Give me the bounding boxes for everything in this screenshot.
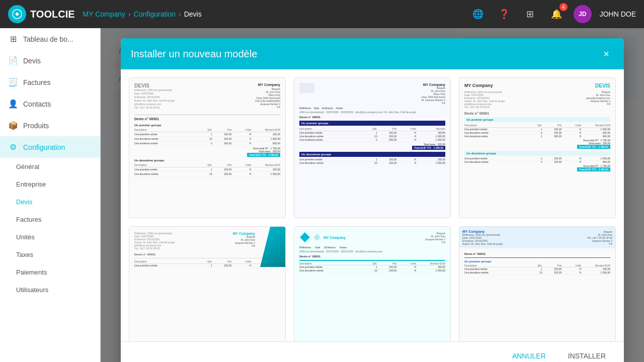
sidebar: ⊞ Tableau de bo... 📄 Devis 🧾 Factures 👤 … — [0, 28, 101, 362]
sidebar-label-contacts: Contacts — [23, 100, 51, 108]
tableau-icon: ⊞ — [8, 34, 18, 44]
template-preview-6: MY Company Référence: 2020-xxx (provisio… — [459, 227, 615, 341]
template-card-1[interactable]: DEVIS Référence: 2020-xxx (provisional) … — [129, 77, 286, 218]
template-card-5[interactable]: MY Company Biopark M. John Doe Jacques-N… — [294, 226, 451, 341]
breadcrumb: MY Company › Configuration › Devis — [83, 10, 461, 18]
sidebar-sub-utilisateurs[interactable]: Utilisateurs — [0, 281, 100, 299]
factures-icon: 🧾 — [8, 77, 18, 87]
devis-icon: 📄 — [8, 56, 18, 65]
sidebar-item-contacts[interactable]: 👤 Contacts — [0, 93, 100, 115]
sidebar-sub-general[interactable]: Général — [0, 158, 100, 175]
install-template-modal: Installer un nouveau modèle × DEVIS Réfé… — [121, 38, 624, 362]
sidebar-label-factures: Factures — [23, 78, 50, 86]
cancel-button[interactable]: ANNULER — [504, 348, 554, 362]
modal-body: DEVIS Référence: 2020-xxx (provisional) … — [121, 69, 624, 341]
grid-button[interactable]: ⊞ — [521, 5, 539, 23]
sidebar-label-devis: Devis — [23, 57, 41, 65]
modal-title: Installer un nouveau modèle — [131, 48, 257, 60]
sidebar-sub-unites[interactable]: Unités — [0, 228, 100, 246]
sidebar-item-produits[interactable]: 📦 Produits — [0, 115, 100, 136]
breadcrumb-company[interactable]: MY Company — [83, 10, 126, 18]
modal-footer: ANNULER INSTALLER — [121, 341, 624, 362]
modal-overlay: Installer un nouveau modèle × DEVIS Réfé… — [101, 28, 644, 362]
language-button[interactable]: 🌐 — [469, 5, 487, 23]
configuration-icon: ⚙ — [8, 142, 18, 152]
notification-badge: 🔔 4 — [547, 5, 566, 23]
sidebar-label-tableau: Tableau de bo... — [23, 35, 73, 43]
template-card-4[interactable]: Référence: 2020-xxx (provisional) Date: … — [129, 226, 286, 341]
sidebar-sub-factures[interactable]: Factures — [0, 211, 100, 228]
sidebar-label-produits: Produits — [23, 122, 49, 130]
diamond-shape-1 — [300, 232, 310, 242]
diamond-shape-2 — [313, 234, 320, 241]
contacts-icon: 👤 — [8, 99, 18, 109]
template-preview-5: MY Company Biopark M. John Doe Jacques-N… — [294, 227, 450, 341]
sidebar-item-devis[interactable]: 📄 Devis — [0, 50, 100, 71]
nav-icons: 🌐 ❓ ⊞ 🔔 4 JD JOHN DOE — [469, 5, 636, 23]
template-preview-1: DEVIS Référence: 2020-xxx (provisional) … — [129, 78, 285, 218]
sidebar-sub-devis[interactable]: Devis — [0, 193, 100, 211]
sidebar-item-configuration[interactable]: ⚙ Configuration — [0, 136, 100, 158]
sidebar-sub-entreprise[interactable]: Entreprise — [0, 175, 100, 193]
sidebar-item-tableau[interactable]: ⊞ Tableau de bo... — [0, 28, 100, 50]
app-name: TOOLCIE — [30, 9, 75, 20]
template-card-2[interactable]: MY Company Biopark M. John Doe Place Pol… — [294, 77, 451, 218]
app-logo: TOOLCIE — [8, 5, 75, 23]
sidebar-sub-taxes[interactable]: Taxes — [0, 246, 100, 263]
logo-icon — [8, 5, 26, 23]
template-card-3[interactable]: MY Company DEVIS Référence: 2020-xxx (pr… — [459, 77, 616, 218]
template-preview-4: Référence: 2020-xxx (provisional) Date: … — [129, 227, 285, 341]
modal-header: Installer un nouveau modèle × — [121, 38, 624, 69]
top-navigation: TOOLCIE MY Company › Configuration › Dev… — [0, 0, 644, 28]
sidebar-sub-paiements[interactable]: Paiements — [0, 263, 100, 281]
help-button[interactable]: ❓ — [495, 5, 513, 23]
breadcrumb-configuration[interactable]: Configuration — [134, 10, 176, 18]
notification-count: 4 — [559, 3, 568, 11]
modal-close-button[interactable]: × — [599, 46, 614, 61]
tpl1-devis-label: DEVIS — [134, 83, 175, 88]
template-card-6[interactable]: MY Company Référence: 2020-xxx (provisio… — [459, 226, 616, 341]
install-button[interactable]: INSTALLER — [560, 348, 614, 362]
user-avatar[interactable]: JD — [574, 5, 592, 23]
breadcrumb-devis: Devis — [184, 10, 202, 18]
template-preview-2: MY Company Biopark M. John Doe Place Pol… — [294, 78, 450, 218]
produits-icon: 📦 — [8, 121, 18, 130]
template-preview-3: MY Company DEVIS Référence: 2020-xxx (pr… — [459, 78, 615, 218]
user-name: JOHN DOE — [600, 10, 636, 18]
sidebar-label-configuration: Configuration — [23, 143, 65, 151]
sidebar-item-factures[interactable]: 🧾 Factures — [0, 71, 100, 93]
